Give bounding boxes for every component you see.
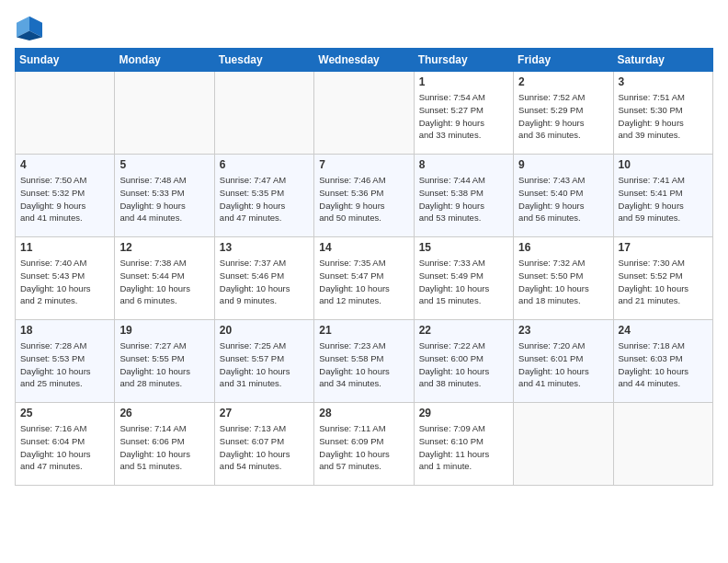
calendar-cell: 27Sunrise: 7:13 AM Sunset: 6:07 PM Dayli… <box>214 403 313 486</box>
day-info: Sunrise: 7:44 AM Sunset: 5:38 PM Dayligh… <box>419 174 508 224</box>
day-info: Sunrise: 7:52 AM Sunset: 5:29 PM Dayligh… <box>518 91 608 142</box>
weekday-header-wednesday: Wednesday <box>314 49 414 72</box>
calendar-cell <box>314 72 414 155</box>
day-info: Sunrise: 7:51 AM Sunset: 5:30 PM Dayligh… <box>619 91 708 142</box>
calendar-week-2: 4Sunrise: 7:50 AM Sunset: 5:32 PM Daylig… <box>16 155 713 237</box>
day-info: Sunrise: 7:20 AM Sunset: 6:01 PM Dayligh… <box>518 339 608 390</box>
calendar-cell <box>613 403 712 486</box>
day-info: Sunrise: 7:47 AM Sunset: 5:35 PM Dayligh… <box>220 174 309 224</box>
calendar-cell: 18Sunrise: 7:28 AM Sunset: 5:53 PM Dayli… <box>16 320 115 403</box>
day-info: Sunrise: 7:11 AM Sunset: 6:09 PM Dayligh… <box>319 422 408 473</box>
calendar-cell <box>16 72 115 155</box>
day-number: 14 <box>319 241 408 254</box>
calendar-week-4: 18Sunrise: 7:28 AM Sunset: 5:53 PM Dayli… <box>16 320 713 403</box>
calendar-cell: 14Sunrise: 7:35 AM Sunset: 5:47 PM Dayli… <box>314 237 414 320</box>
calendar-cell: 20Sunrise: 7:25 AM Sunset: 5:57 PM Dayli… <box>214 320 313 403</box>
day-info: Sunrise: 7:40 AM Sunset: 5:43 PM Dayligh… <box>20 257 109 307</box>
day-info: Sunrise: 7:32 AM Sunset: 5:50 PM Dayligh… <box>518 257 608 307</box>
day-number: 19 <box>119 324 209 337</box>
calendar-cell: 11Sunrise: 7:40 AM Sunset: 5:43 PM Dayli… <box>16 237 115 320</box>
calendar-cell: 16Sunrise: 7:32 AM Sunset: 5:50 PM Dayli… <box>514 237 613 320</box>
calendar-table: SundayMondayTuesdayWednesdayThursdayFrid… <box>15 48 713 486</box>
day-info: Sunrise: 7:41 AM Sunset: 5:41 PM Dayligh… <box>619 174 708 224</box>
calendar-cell: 7Sunrise: 7:46 AM Sunset: 5:36 PM Daylig… <box>314 155 414 237</box>
calendar-cell: 28Sunrise: 7:11 AM Sunset: 6:09 PM Dayli… <box>314 403 414 486</box>
day-number: 23 <box>518 324 608 337</box>
day-number: 13 <box>220 241 309 254</box>
calendar-cell: 2Sunrise: 7:52 AM Sunset: 5:29 PM Daylig… <box>514 72 613 155</box>
calendar-cell: 5Sunrise: 7:48 AM Sunset: 5:33 PM Daylig… <box>115 155 214 237</box>
weekday-row: SundayMondayTuesdayWednesdayThursdayFrid… <box>16 49 713 72</box>
calendar-cell: 17Sunrise: 7:30 AM Sunset: 5:52 PM Dayli… <box>613 237 712 320</box>
day-number: 2 <box>518 75 608 88</box>
day-number: 10 <box>619 158 708 171</box>
day-info: Sunrise: 7:25 AM Sunset: 5:57 PM Dayligh… <box>220 339 309 390</box>
calendar-cell: 3Sunrise: 7:51 AM Sunset: 5:30 PM Daylig… <box>613 72 712 155</box>
day-info: Sunrise: 7:43 AM Sunset: 5:40 PM Dayligh… <box>518 174 608 224</box>
day-number: 22 <box>419 324 508 337</box>
calendar-cell: 13Sunrise: 7:37 AM Sunset: 5:46 PM Dayli… <box>214 237 313 320</box>
day-number: 6 <box>220 158 309 171</box>
calendar-cell: 23Sunrise: 7:20 AM Sunset: 6:01 PM Dayli… <box>514 320 613 403</box>
day-number: 8 <box>419 158 508 171</box>
calendar-cell: 19Sunrise: 7:27 AM Sunset: 5:55 PM Dayli… <box>115 320 214 403</box>
calendar-cell: 21Sunrise: 7:23 AM Sunset: 5:58 PM Dayli… <box>314 320 414 403</box>
calendar-cell: 10Sunrise: 7:41 AM Sunset: 5:41 PM Dayli… <box>613 155 712 237</box>
weekday-header-saturday: Saturday <box>613 49 712 72</box>
calendar-cell: 4Sunrise: 7:50 AM Sunset: 5:32 PM Daylig… <box>16 155 115 237</box>
day-info: Sunrise: 7:48 AM Sunset: 5:33 PM Dayligh… <box>119 174 209 224</box>
day-number: 11 <box>20 241 109 254</box>
calendar-cell: 9Sunrise: 7:43 AM Sunset: 5:40 PM Daylig… <box>514 155 613 237</box>
calendar-cell <box>514 403 613 486</box>
page-header <box>15 15 713 40</box>
day-info: Sunrise: 7:23 AM Sunset: 5:58 PM Dayligh… <box>319 339 408 390</box>
day-info: Sunrise: 7:54 AM Sunset: 5:27 PM Dayligh… <box>419 91 508 142</box>
day-number: 15 <box>419 241 508 254</box>
day-number: 5 <box>119 158 209 171</box>
day-info: Sunrise: 7:28 AM Sunset: 5:53 PM Dayligh… <box>20 339 109 390</box>
calendar-body: 1Sunrise: 7:54 AM Sunset: 5:27 PM Daylig… <box>16 72 713 486</box>
calendar-cell: 25Sunrise: 7:16 AM Sunset: 6:04 PM Dayli… <box>16 403 115 486</box>
weekday-header-sunday: Sunday <box>16 49 115 72</box>
logo <box>15 15 48 40</box>
day-info: Sunrise: 7:33 AM Sunset: 5:49 PM Dayligh… <box>419 257 508 307</box>
calendar-cell: 26Sunrise: 7:14 AM Sunset: 6:06 PM Dayli… <box>115 403 214 486</box>
calendar-cell: 1Sunrise: 7:54 AM Sunset: 5:27 PM Daylig… <box>414 72 513 155</box>
day-number: 25 <box>20 407 109 419</box>
day-number: 28 <box>319 407 408 419</box>
calendar-week-5: 25Sunrise: 7:16 AM Sunset: 6:04 PM Dayli… <box>16 403 713 486</box>
weekday-header-thursday: Thursday <box>414 49 513 72</box>
day-number: 29 <box>419 407 508 419</box>
logo-icon <box>15 15 44 40</box>
day-info: Sunrise: 7:09 AM Sunset: 6:10 PM Dayligh… <box>419 422 508 473</box>
calendar-week-1: 1Sunrise: 7:54 AM Sunset: 5:27 PM Daylig… <box>16 72 713 155</box>
day-info: Sunrise: 7:27 AM Sunset: 5:55 PM Dayligh… <box>119 339 209 390</box>
day-number: 21 <box>319 324 408 337</box>
day-info: Sunrise: 7:18 AM Sunset: 6:03 PM Dayligh… <box>619 339 708 390</box>
day-number: 12 <box>119 241 209 254</box>
day-info: Sunrise: 7:37 AM Sunset: 5:46 PM Dayligh… <box>220 257 309 307</box>
day-number: 9 <box>518 158 608 171</box>
calendar-cell: 22Sunrise: 7:22 AM Sunset: 6:00 PM Dayli… <box>414 320 513 403</box>
day-info: Sunrise: 7:16 AM Sunset: 6:04 PM Dayligh… <box>20 422 109 473</box>
calendar-cell <box>115 72 214 155</box>
day-info: Sunrise: 7:22 AM Sunset: 6:00 PM Dayligh… <box>419 339 508 390</box>
calendar-cell: 29Sunrise: 7:09 AM Sunset: 6:10 PM Dayli… <box>414 403 513 486</box>
day-info: Sunrise: 7:46 AM Sunset: 5:36 PM Dayligh… <box>319 174 408 224</box>
calendar-cell: 12Sunrise: 7:38 AM Sunset: 5:44 PM Dayli… <box>115 237 214 320</box>
day-info: Sunrise: 7:38 AM Sunset: 5:44 PM Dayligh… <box>119 257 209 307</box>
calendar-week-3: 11Sunrise: 7:40 AM Sunset: 5:43 PM Dayli… <box>16 237 713 320</box>
calendar-cell: 15Sunrise: 7:33 AM Sunset: 5:49 PM Dayli… <box>414 237 513 320</box>
day-number: 16 <box>518 241 608 254</box>
day-info: Sunrise: 7:30 AM Sunset: 5:52 PM Dayligh… <box>619 257 708 307</box>
day-number: 7 <box>319 158 408 171</box>
day-number: 18 <box>20 324 109 337</box>
day-number: 26 <box>119 407 209 419</box>
day-number: 1 <box>419 75 508 88</box>
calendar-cell: 6Sunrise: 7:47 AM Sunset: 5:35 PM Daylig… <box>214 155 313 237</box>
weekday-header-tuesday: Tuesday <box>214 49 313 72</box>
calendar-header: SundayMondayTuesdayWednesdayThursdayFrid… <box>16 49 713 72</box>
day-info: Sunrise: 7:35 AM Sunset: 5:47 PM Dayligh… <box>319 257 408 307</box>
day-number: 20 <box>220 324 309 337</box>
day-info: Sunrise: 7:13 AM Sunset: 6:07 PM Dayligh… <box>220 422 309 473</box>
